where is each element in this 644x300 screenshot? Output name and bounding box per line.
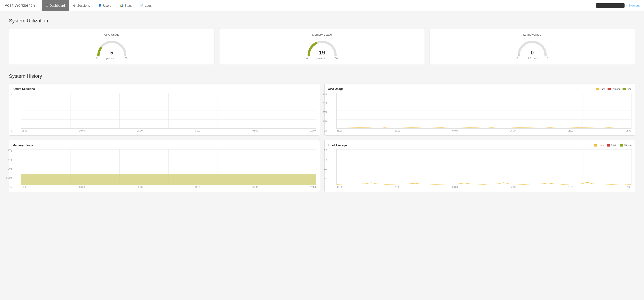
active-sessions-svg xyxy=(21,93,316,128)
memory-gauge-labels: 0 percent 100 xyxy=(306,57,338,60)
active-sessions-header: Active Sessions xyxy=(12,87,316,90)
cpu-chart-area xyxy=(336,93,632,129)
load-unit-label: of 2 cores xyxy=(527,57,538,60)
cpu-usage-card: CPU Usage 5 0 percent 100 xyxy=(9,28,215,64)
username-display: ████████████ xyxy=(596,3,624,8)
system-swatch xyxy=(608,88,611,90)
memory-history-title: Memory Usage xyxy=(12,144,33,147)
load-chart-svg xyxy=(337,149,632,185)
5min-swatch xyxy=(607,144,610,146)
load-min-label: 0 xyxy=(516,57,518,60)
cpu-usage-chart-card: CPU Usage User System Nice xyxy=(324,84,635,135)
load-legend-5min: 5-Min xyxy=(607,144,618,147)
charts-row-1: Active Sessions 1 0 xyxy=(9,84,635,135)
svg-marker-30 xyxy=(21,174,316,185)
system-history-title: System History xyxy=(9,73,635,79)
sign-out-button[interactable]: Sign out xyxy=(629,4,640,7)
load-gauge-value: 0 xyxy=(530,50,534,55)
load-average-history-card: Load Average 1-Min 5-Min 15-Min xyxy=(324,140,635,192)
cpu-gauge: 5 xyxy=(96,39,128,55)
cpu-legend: User System Nice xyxy=(596,88,632,90)
load-x-labels: 16:00 20:00 00:00 04:00 08:00 12:00 xyxy=(336,186,632,188)
active-sessions-x-labels: 16:00 20:00 00:00 04:00 08:00 12:00 xyxy=(21,129,316,132)
system-utilization-title: System Utilization xyxy=(9,18,635,24)
cpu-legend-nice: Nice xyxy=(622,88,632,90)
load-history-title: Load Average xyxy=(328,144,347,147)
cpu-usage-chart-header: CPU Usage User System Nice xyxy=(328,87,632,90)
tab-stats[interactable]: 📊 Stats xyxy=(116,0,136,11)
load-card-title: Load Average xyxy=(523,33,541,36)
load-gauge-labels: 0 of 2 cores 2 xyxy=(516,57,548,60)
tab-logs[interactable]: 📄 Logs xyxy=(136,0,156,11)
cpu-chart-svg xyxy=(337,93,632,128)
cpu-legend-user-label: User xyxy=(600,88,605,90)
load-max-label: 2 xyxy=(546,57,548,60)
15min-swatch xyxy=(620,144,623,146)
cpu-legend-nice-label: Nice xyxy=(626,88,632,90)
cpu-usage-chart-title: CPU Usage xyxy=(328,87,344,90)
navbar: Posit Workbench ⊞ Dashboard ⚙ Sessions 👤… xyxy=(0,0,644,11)
tab-sessions-label: Sessions xyxy=(77,4,90,8)
memory-max-label: 100 xyxy=(334,57,338,60)
memory-usage-history-card: Memory Usage 3.7g 2.8g 1.9g 954m 0m xyxy=(9,140,320,192)
load-legend: 1-Min 5-Min 15-Min xyxy=(594,144,632,147)
active-sessions-area xyxy=(21,93,316,129)
load-history-header: Load Average 1-Min 5-Min 15-Min xyxy=(328,144,632,147)
app-brand: Posit Workbench xyxy=(4,3,35,8)
memory-history-header: Memory Usage xyxy=(12,144,316,147)
load-legend-1min: 1-Min xyxy=(594,144,604,147)
logs-icon: 📄 xyxy=(140,4,144,8)
active-sessions-chart-card: Active Sessions 1 0 xyxy=(9,84,320,135)
cpu-y-labels: 100% 75% 50% 25% 0% xyxy=(320,93,327,132)
cpu-min-label: 0 xyxy=(96,57,98,60)
load-legend-15min-label: 15-Min xyxy=(624,144,632,147)
users-icon: 👤 xyxy=(98,4,102,8)
nav-tabs: ⊞ Dashboard ⚙ Sessions 👤 Users 📊 Stats 📄… xyxy=(42,0,156,11)
cpu-unit-label: percent xyxy=(106,57,114,60)
cpu-legend-system-label: System xyxy=(612,88,620,90)
memory-gauge-value: 19 xyxy=(319,50,325,55)
memory-min-label: 0 xyxy=(306,57,308,60)
tab-dashboard-label: Dashboard xyxy=(50,4,65,8)
tab-users[interactable]: 👤 Users xyxy=(94,0,116,11)
active-sessions-y-labels: 1 0 xyxy=(5,93,12,132)
nice-swatch xyxy=(622,88,626,90)
charts-row-2: Memory Usage 3.7g 2.8g 1.9g 954m 0m xyxy=(9,140,635,192)
cpu-max-label: 100 xyxy=(123,57,127,60)
memory-chart-svg xyxy=(21,149,316,185)
memory-gauge: 19 xyxy=(306,39,338,55)
utilization-cards: CPU Usage 5 0 percent 100 Memory Usage xyxy=(9,28,635,64)
tab-stats-label: Stats xyxy=(124,4,132,8)
memory-unit-label: percent xyxy=(316,57,325,60)
dashboard-icon: ⊞ xyxy=(46,4,48,8)
memory-card-title: Memory Usage xyxy=(312,33,332,36)
cpu-legend-system: System xyxy=(608,88,620,90)
memory-y-labels: 3.7g 2.8g 1.9g 954m 0m xyxy=(5,149,12,188)
cpu-legend-user: User xyxy=(596,88,605,90)
memory-chart-wrapper: 3.7g 2.8g 1.9g 954m 0m xyxy=(12,149,316,188)
load-chart-wrapper: 2.0 1.5 1.0 0.5 0.0 xyxy=(328,149,632,188)
memory-chart-area xyxy=(21,149,316,185)
main-content: System Utilization CPU Usage 5 0 percent… xyxy=(0,11,644,300)
cpu-gauge-labels: 0 percent 100 xyxy=(96,57,128,60)
cpu-chart-wrapper: 100% 75% 50% 25% 0% xyxy=(328,93,632,132)
tab-dashboard[interactable]: ⊞ Dashboard xyxy=(42,0,69,11)
sessions-icon: ⚙ xyxy=(73,4,76,8)
active-sessions-wrapper: 1 0 xyxy=(12,93,316,132)
load-average-card: Load Average 0 0 of 2 cores 2 xyxy=(429,28,635,64)
1min-swatch xyxy=(594,144,597,146)
memory-usage-card: Memory Usage 19 0 percent 100 xyxy=(219,28,425,64)
user-swatch xyxy=(596,88,599,90)
cpu-gauge-value: 5 xyxy=(110,50,113,55)
tab-users-label: Users xyxy=(103,4,112,8)
stats-icon: 📊 xyxy=(120,4,123,8)
cpu-x-labels: 16:00 20:00 00:00 04:00 08:00 12:00 xyxy=(336,129,632,132)
load-chart-area xyxy=(336,149,632,185)
load-legend-1min-label: 1-Min xyxy=(598,144,604,147)
memory-x-labels: 16:00 20:00 00:00 04:00 08:00 12:00 xyxy=(21,186,316,188)
load-legend-5min-label: 5-Min xyxy=(611,144,618,147)
active-sessions-title: Active Sessions xyxy=(12,87,35,90)
load-gauge: 0 xyxy=(516,39,548,55)
tab-sessions[interactable]: ⚙ Sessions xyxy=(69,0,94,11)
navbar-right: ████████████ | Sign out xyxy=(596,3,640,8)
